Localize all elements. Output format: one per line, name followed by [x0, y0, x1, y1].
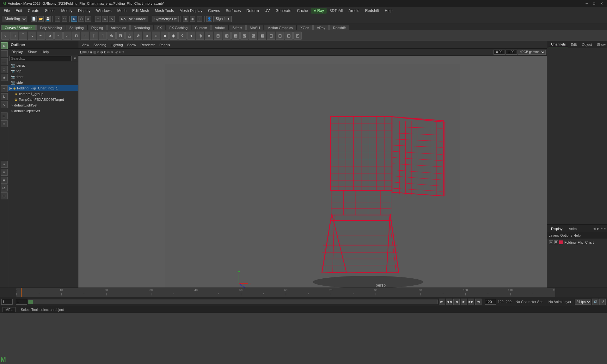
no-live-surface-button[interactable]: No Live Surface [119, 16, 148, 22]
close-button[interactable]: ✕ [599, 2, 604, 6]
layer-playback-checkbox[interactable]: P [554, 240, 558, 244]
outliner-menu-display[interactable]: Display [9, 50, 25, 54]
lights-icon[interactable]: ☀ [97, 50, 100, 54]
shelf-icon-edit3[interactable]: ◲ [285, 32, 293, 40]
shelf-icon-edit2[interactable]: ◱ [276, 32, 284, 40]
shelf-icon-curve9[interactable]: ⌉ [99, 32, 107, 40]
shelf-icon-curve7[interactable]: ⌇ [81, 32, 89, 40]
layer-menu-btn[interactable]: ≡ [604, 227, 606, 230]
shelf-icon-curve8[interactable]: ⌈ [90, 32, 98, 40]
move-btn[interactable]: ✛ [1, 85, 8, 92]
menu-windows[interactable]: Windows [94, 8, 114, 14]
shelf-icon-edit1[interactable]: ◰ [267, 32, 275, 40]
shelf-icon-circle[interactable]: ○ [1, 32, 9, 40]
menu-edit[interactable]: Edit [13, 8, 25, 14]
aa-icon[interactable]: ⊗ [107, 50, 110, 54]
shelf-tab-fx-caching[interactable]: FX Caching [166, 25, 191, 30]
shelf-icon-surface2[interactable]: ▥ [223, 32, 231, 40]
menu-deform[interactable]: Deform [244, 8, 261, 14]
viewport-3d-canvas[interactable]: x y persp [78, 56, 547, 288]
menu-surfaces[interactable]: Surfaces [223, 8, 243, 14]
soft-select-btn[interactable]: ⊙ [1, 120, 8, 127]
viewport-menu-show[interactable]: Show [126, 43, 138, 47]
rotate-btn[interactable]: ↻ [1, 93, 8, 100]
menu-mesh[interactable]: Mesh [115, 8, 129, 14]
hud-icon[interactable]: ⊡ [121, 50, 124, 54]
wireframe-icon[interactable]: ⬡ [86, 50, 89, 54]
menu-help[interactable]: Help [382, 8, 395, 14]
shelf-tab-adobe[interactable]: Adobe [211, 25, 228, 30]
outliner-item-top[interactable]: 📷 top [8, 68, 78, 74]
vertex-select-btn[interactable]: · [1, 50, 8, 57]
loop-btn[interactable]: ↺ [599, 299, 606, 305]
grid-icon[interactable]: ⊞ [83, 50, 86, 54]
outliner-item-tempcam[interactable]: ✿ TempCamFBXASC046Target [8, 97, 78, 102]
current-frame-input[interactable] [1, 299, 13, 305]
select-tool-btn[interactable]: ▶ [1, 42, 8, 49]
shelf-icon-curve1[interactable]: ∿ [28, 32, 36, 40]
shelf-tab-rigging[interactable]: Rigging [88, 25, 107, 30]
menu-vray[interactable]: V-Ray [311, 8, 327, 14]
shelf-icon-edit4[interactable]: ◳ [293, 32, 302, 40]
sign-in-icon[interactable]: 👤 [206, 16, 212, 22]
smooth-icon[interactable]: ◉ [90, 50, 93, 54]
outliner-search-input[interactable] [9, 56, 72, 61]
layer-visible-checkbox[interactable]: V [549, 240, 553, 244]
menu-mesh-tools[interactable]: Mesh Tools [152, 8, 176, 14]
undo-icon[interactable]: ↩ [55, 16, 60, 22]
face-select-btn[interactable]: □ [1, 66, 8, 73]
shelf-icon-curve3[interactable]: ⌀ [46, 32, 54, 40]
menu-mesh-display[interactable]: Mesh Display [177, 8, 205, 14]
camera-display-icon[interactable]: ◧ [80, 50, 83, 54]
scale-btn[interactable]: ⤡ [1, 101, 8, 108]
symmetry-button[interactable]: Symmetry: Off [152, 16, 179, 22]
mini-timeline[interactable] [28, 300, 438, 304]
shelf-icon-arc[interactable]: ⌒ [19, 32, 27, 40]
shelf-tab-redshift[interactable]: Redshift [329, 25, 349, 30]
layers-menu-help[interactable]: Help [573, 234, 581, 237]
mel-label[interactable]: MEL [3, 307, 15, 312]
maximize-button[interactable]: □ [592, 2, 597, 6]
menu-file[interactable]: File [1, 8, 12, 14]
shelf-tab-poly-modeling[interactable]: Poly Modeling [36, 25, 65, 30]
tool-settings-btn[interactable]: ⚙ [1, 161, 8, 168]
menu-uv[interactable]: UV [262, 8, 273, 14]
shelf-tab-vray[interactable]: VRay [313, 25, 329, 30]
shelf-icon-curve4[interactable]: ⌁ [54, 32, 63, 40]
mode-select[interactable]: Modeling [2, 16, 27, 22]
tab-show[interactable]: Show [594, 42, 607, 47]
shelf-icon-square[interactable]: □ [10, 32, 18, 40]
new-scene-icon[interactable]: 📄 [31, 16, 37, 22]
current-frame-input2[interactable] [16, 299, 27, 305]
channel-box-btn[interactable]: ≡ [1, 169, 8, 176]
outliner-item-default-object-set[interactable]: ○ defaultObjectSet [8, 108, 78, 114]
timeline-ruler[interactable]: 0102030405060708090100110120 [16, 288, 555, 297]
rotate-icon[interactable]: ↻ [102, 16, 108, 22]
outliner-item-folding-chart[interactable]: ▶ ◈ Folding_Flip_Chart_nc1_1 [8, 85, 78, 91]
display-layers-icon[interactable]: ≡ [119, 50, 121, 54]
shelf-icon-deform2[interactable]: ▨ [249, 32, 257, 40]
shelf-icon-nurbs5[interactable]: ◊ [178, 32, 187, 40]
shadows-icon[interactable]: ◑ [100, 50, 103, 54]
shelf-icon-nurbs8[interactable]: ◙ [205, 32, 213, 40]
play-forward-btn[interactable]: ▶ [461, 299, 467, 305]
shelf-icon-cone[interactable]: △ [125, 32, 133, 40]
outliner-item-front[interactable]: 📷 front [8, 74, 78, 80]
shelf-icon-deform3[interactable]: ▩ [258, 32, 266, 40]
paint-select-icon[interactable]: ◈ [85, 16, 91, 22]
shelf-tab-curves-surfaces[interactable]: Curves / Surfaces [1, 25, 36, 30]
shelf-icon-deform1[interactable]: ▧ [240, 32, 248, 40]
sign-in-button[interactable]: Sign In ▾ [213, 16, 231, 22]
shelf-icon-cube[interactable]: ⊡ [116, 32, 125, 40]
layer-prev-btn[interactable]: ◀ [593, 227, 596, 230]
shelf-tab-motion-graphics[interactable]: Motion Graphics [264, 25, 296, 30]
shelf-tab-sculpting[interactable]: Sculpting [66, 25, 87, 30]
layer-next-btn[interactable]: ▶ [597, 227, 599, 230]
snap-btn[interactable]: ⊞ [1, 112, 8, 119]
menu-edit-mesh[interactable]: Edit Mesh [130, 8, 151, 14]
menu-3dtoall[interactable]: 3DToAll [327, 8, 345, 14]
viewport-panel[interactable]: View Shading Lighting Show Renderer Pane… [78, 41, 547, 288]
outliner-menu-help[interactable]: Help [40, 50, 51, 54]
shelf-icon-torus[interactable]: ⊗ [134, 32, 142, 40]
step-forward-btn[interactable]: ▶▶ [468, 299, 474, 305]
